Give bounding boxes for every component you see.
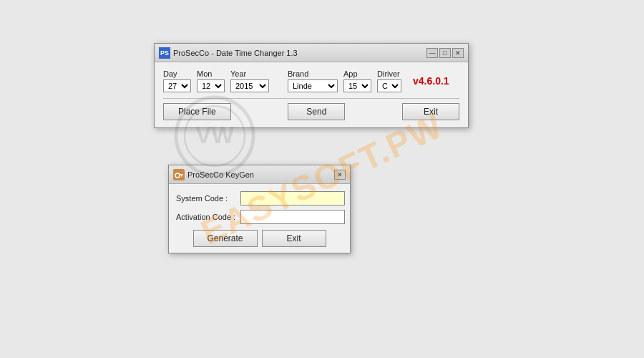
main-title-bar: PS ProSecCo - Date Time Changer 1.3 — □ … <box>155 44 468 62</box>
driver-group: Diriver C <box>377 69 401 92</box>
place-file-button[interactable]: Place File <box>163 103 231 120</box>
title-bar-left: PS ProSecCo - Date Time Changer 1.3 <box>159 47 298 59</box>
window-controls: — □ ✕ <box>426 48 464 58</box>
driver-label: Diriver <box>377 69 400 78</box>
main-window-title: ProSecCo - Date Time Changer 1.3 <box>173 49 298 57</box>
main-window-content: Day 27 Mon 12 Year 2015 <box>155 62 468 127</box>
activation-code-label: Activation Code : <box>176 213 240 221</box>
generate-button[interactable]: Generate <box>193 230 258 247</box>
svg-rect-5 <box>180 174 183 175</box>
app-select[interactable]: 15 <box>343 79 371 92</box>
keygen-icon <box>173 169 185 180</box>
app-icon: PS <box>159 47 170 59</box>
keygen-window: ProSecCo KeyGen ✕ System Code : Activati… <box>168 165 351 253</box>
separator <box>163 98 459 99</box>
fields-row: Day 27 Mon 12 Year 2015 <box>163 69 459 92</box>
driver-select[interactable]: C <box>377 79 401 92</box>
activation-code-input[interactable] <box>240 210 345 224</box>
keygen-buttons: Generate Exit <box>176 230 343 247</box>
brand-group: Brand Linde <box>288 69 338 92</box>
keygen-controls: ✕ <box>334 170 346 180</box>
year-label: Year <box>230 69 246 78</box>
app-label: App <box>343 69 358 78</box>
keygen-exit-button[interactable]: Exit <box>262 230 326 247</box>
brand-select[interactable]: Linde <box>288 79 338 92</box>
app-group: App 15 <box>343 69 371 92</box>
day-label: Day <box>163 69 177 78</box>
year-group: Year 2015 <box>230 69 269 92</box>
system-code-label: System Code : <box>176 194 240 203</box>
activation-code-row: Activation Code : <box>176 210 343 224</box>
keygen-content: System Code : Activation Code : Generate… <box>169 184 350 253</box>
mon-select[interactable]: 12 <box>197 79 225 92</box>
maximize-button[interactable]: □ <box>439 48 451 58</box>
keygen-title-left: ProSecCo KeyGen <box>173 169 254 180</box>
keygen-close-button[interactable]: ✕ <box>334 170 346 180</box>
system-code-input[interactable] <box>240 191 345 205</box>
main-window: PS ProSecCo - Date Time Changer 1.3 — □ … <box>154 43 469 128</box>
svg-rect-6 <box>181 175 182 176</box>
year-select[interactable]: 2015 <box>230 79 269 92</box>
keygen-title-text: ProSecCo KeyGen <box>187 170 254 179</box>
brand-label: Brand <box>288 69 308 78</box>
keygen-title-bar: ProSecCo KeyGen ✕ <box>169 165 350 184</box>
system-code-row: System Code : <box>176 191 343 205</box>
send-button[interactable]: Send <box>288 103 345 120</box>
mon-group: Mon 12 <box>197 69 225 92</box>
day-select[interactable]: 27 <box>163 79 191 92</box>
day-group: Day 27 <box>163 69 191 92</box>
version-label: v4.6.0.1 <box>413 75 449 87</box>
mon-label: Mon <box>197 69 212 78</box>
exit-button[interactable]: Exit <box>402 103 459 120</box>
minimize-button[interactable]: — <box>426 48 438 58</box>
close-button[interactable]: ✕ <box>452 48 464 58</box>
main-buttons-row: Place File Send Exit <box>163 103 459 120</box>
